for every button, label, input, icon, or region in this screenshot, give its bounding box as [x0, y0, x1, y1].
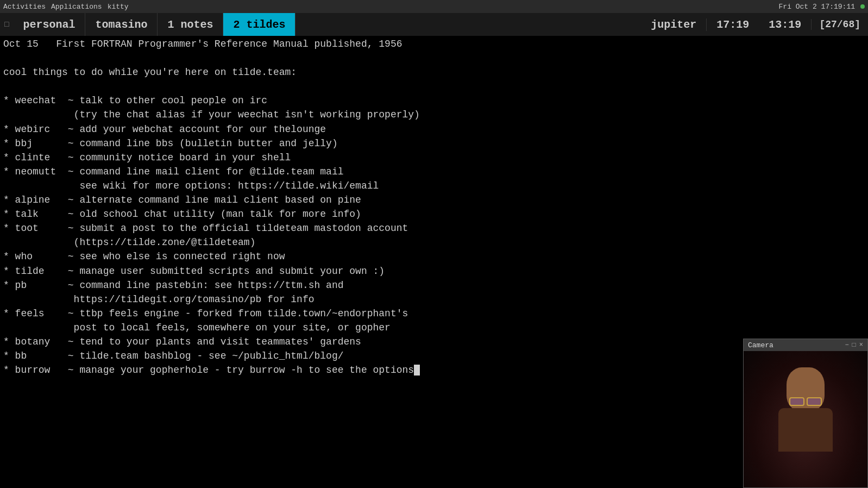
camera-maximize-button[interactable]: □: [852, 341, 856, 349]
item-webirc: * webirc ~ add your webchat account for …: [3, 122, 865, 136]
tab-bar-right: jupiter 17:19 13:19 [27/68]: [641, 13, 868, 36]
glass-right: [807, 397, 822, 406]
camera-window: Camera − □ ×: [743, 339, 868, 488]
tab-notes[interactable]: 1 notes: [158, 13, 223, 36]
motd-line: Oct 15 First FORTRAN Programmer's Refere…: [3, 37, 865, 51]
tab-jupiter[interactable]: jupiter: [641, 18, 707, 31]
tab-tildes[interactable]: 2 tildes: [223, 13, 295, 36]
tab-tomasino-label: tomasino: [95, 18, 147, 31]
time-display-2: 13:19: [769, 18, 801, 31]
camera-video-feed: [744, 351, 867, 487]
item-weechat-extra: (try the chat alias if your weechat isn'…: [3, 108, 865, 122]
glass-left: [789, 397, 804, 406]
item-pb-extra: https://tildegit.org/tomasino/pb for inf…: [3, 292, 865, 306]
camera-person: [744, 351, 867, 487]
item-feels-extra: post to local feels, somewhere on your s…: [3, 321, 865, 335]
camera-title-bar: Camera − □ ×: [744, 339, 867, 351]
item-alpine: * alpine ~ alternate command line mail c…: [3, 193, 865, 207]
person-body: [778, 408, 833, 452]
tab-tildes-label: 2 tildes: [233, 18, 285, 31]
item-toot-extra: (https://tilde.zone/@tildeteam): [3, 235, 865, 249]
kitty-indicator[interactable]: kitty: [108, 3, 129, 11]
tab-tomasino[interactable]: tomasino: [85, 13, 158, 36]
item-feels: * feels ~ ttbp feels engine - forked fro…: [3, 306, 865, 321]
tab-notes-label: 1 notes: [167, 18, 213, 31]
item-neomutt: * neomutt ~ command line mail client for…: [3, 165, 865, 179]
time-display-1: 17:19: [716, 18, 749, 31]
tab-jupiter-label: jupiter: [651, 18, 696, 31]
person-glasses: [787, 397, 824, 406]
camera-close-button[interactable]: ×: [859, 341, 863, 349]
item-botany: * botany ~ tend to your plants and visit…: [3, 335, 865, 349]
window-close-button[interactable]: □: [0, 13, 13, 36]
item-bb: * bb ~ tilde.team bashblog - see ~/publi…: [3, 349, 865, 363]
time-block-2: 13:19: [759, 18, 811, 31]
terminal-cursor: [414, 365, 420, 376]
item-pb: * pb ~ command line pastebin: see https:…: [3, 278, 865, 292]
item-neomutt-extra: see wiki for more options: https://tilde…: [3, 179, 865, 193]
close-symbol: □: [4, 20, 9, 29]
time-block-1: 17:19: [707, 18, 759, 31]
tab-personal[interactable]: personal: [13, 13, 85, 36]
system-bar: Activities Applications kitty Fri Oct 2 …: [0, 0, 868, 13]
intro-line: cool things to do while you're here on t…: [3, 65, 865, 79]
camera-title: Camera: [748, 341, 773, 349]
item-clinte: * clinte ~ community notice board in you…: [3, 151, 865, 165]
item-bbj: * bbj ~ command line bbs (bulletin butte…: [3, 136, 865, 151]
activities-button[interactable]: Activities: [3, 3, 46, 11]
item-who: * who ~ see who else is connected right …: [3, 249, 865, 264]
pane-counter: [27/68]: [811, 19, 868, 30]
network-indicator: [860, 4, 865, 9]
camera-window-buttons: − □ ×: [845, 341, 863, 349]
blank-line-2: [3, 79, 865, 93]
datetime-display: Fri Oct 2 17:19:11: [779, 3, 855, 11]
item-talk: * talk ~ old school chat utility (man ta…: [3, 207, 865, 221]
tab-bar: □ personal tomasino 1 notes 2 tildes jup…: [0, 13, 868, 36]
blank-line-1: [3, 51, 865, 65]
item-burrow: * burrow ~ manage your gopherhole - try …: [3, 363, 865, 377]
system-clock: Fri Oct 2 17:19:11: [779, 3, 865, 11]
camera-minimize-button[interactable]: −: [845, 341, 848, 349]
person-head: [787, 367, 825, 411]
item-tilde: * tilde ~ manage user submitted scripts …: [3, 264, 865, 278]
item-weechat: * weechat ~ talk to other cool people on…: [3, 93, 865, 108]
applications-menu[interactable]: Applications: [51, 3, 102, 11]
pane-counter-label: [27/68]: [819, 19, 860, 30]
item-toot: * toot ~ submit a post to the official t…: [3, 221, 865, 235]
tab-personal-label: personal: [23, 18, 75, 31]
terminal-content: Oct 15 First FORTRAN Programmer's Refere…: [0, 36, 868, 488]
